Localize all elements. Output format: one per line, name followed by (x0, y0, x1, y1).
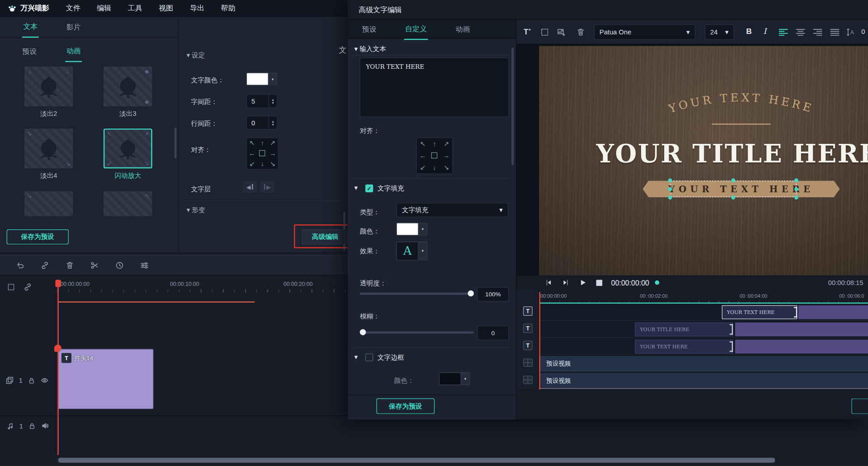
preset-card[interactable]: ↘ (24, 191, 73, 216)
opacity-slider-knob[interactable] (468, 290, 474, 296)
text-track-icon[interactable]: T (523, 341, 533, 350)
preview-canvas[interactable]: YOUR TEXT HERE YOUR TITLE HERE YOUR TEXT… (539, 46, 868, 276)
scissors-icon[interactable] (90, 261, 99, 270)
preset-card[interactable]: ◆ ◆ 淡出3 (104, 67, 152, 119)
fill-color-picker[interactable]: ▾ (396, 223, 428, 235)
speaker-icon[interactable] (41, 422, 49, 430)
letter-spacing-icon[interactable]: A (846, 28, 855, 37)
layer-forward-button[interactable]: ▶ (260, 181, 275, 193)
video-track-icon[interactable] (523, 358, 533, 366)
trim-bracket-icon[interactable] (730, 341, 733, 352)
subtab-animation[interactable]: 动画 (65, 41, 82, 62)
align-left-icon[interactable]: ← (420, 152, 426, 160)
align-down-icon[interactable]: ↓ (433, 164, 436, 171)
align-right-icon[interactable]: → (269, 150, 276, 157)
dialog-clip[interactable]: YOUR TEXT HERE (635, 340, 733, 354)
italic-button[interactable]: I (764, 27, 767, 36)
color-swatch[interactable] (396, 223, 419, 235)
fill-type-select[interactable]: 文字填充 ▾ (396, 203, 508, 217)
play-icon[interactable] (579, 279, 587, 286)
text-input-area[interactable]: YOUR TEXT HERE (360, 57, 509, 117)
subtab-preset[interactable]: 预设 (21, 42, 38, 62)
eye-icon[interactable] (40, 376, 48, 385)
text-track-icon[interactable]: T (523, 306, 533, 316)
align-down-icon[interactable]: ↓ (261, 160, 264, 168)
align-up-icon[interactable]: ↑ (433, 140, 436, 147)
align-justify-button[interactable] (830, 28, 840, 36)
selection-handle[interactable] (794, 195, 798, 200)
dialog-video-clip[interactable]: 预设视频 (539, 357, 868, 371)
horizontal-scrollbar[interactable] (58, 458, 775, 463)
color-dropdown[interactable]: ▾ (461, 372, 470, 385)
letter-spacing-stepper[interactable]: 5 ▲▼ (246, 94, 278, 108)
align-right-button[interactable] (813, 28, 823, 36)
align-up-icon[interactable]: ↑ (261, 139, 264, 147)
align-down-right-icon[interactable]: ↘ (443, 164, 449, 171)
lock-icon[interactable] (28, 422, 36, 430)
selection-handle[interactable] (668, 178, 672, 182)
text-selection-box[interactable] (670, 181, 797, 197)
section-text-fill[interactable]: ▾ (354, 184, 358, 192)
dialog-ruler[interactable]: 00:00:00:00 00 :00:02:00 00 :00:04:00 00… (539, 292, 868, 304)
trim-bracket-icon[interactable] (794, 307, 797, 318)
tab-text[interactable]: 文本 (22, 16, 39, 38)
dialog-scrollbar[interactable] (511, 48, 514, 165)
selection-handle[interactable] (668, 187, 672, 191)
menu-view[interactable]: 视图 (159, 3, 173, 13)
align-up-left-icon[interactable]: ↖ (249, 139, 255, 147)
dialog-clip-tail[interactable] (735, 340, 868, 354)
color-swatch[interactable] (246, 72, 269, 85)
align-down-left-icon[interactable]: ↙ (420, 164, 425, 171)
stop-icon[interactable] (596, 280, 602, 285)
dialog-tab-custom[interactable]: 自定义 (404, 19, 428, 40)
preview-title-text[interactable]: YOUR TITLE HERE (596, 139, 868, 168)
section-settings[interactable]: ▾ 设定 (187, 51, 205, 61)
layer-back-button[interactable]: ◀ (242, 181, 257, 193)
fill-effect-picker[interactable]: A ▾ (396, 242, 428, 261)
dialog-clip-tail[interactable] (735, 323, 868, 337)
preset-card[interactable]: ↘ ↘ 淡出4 (24, 128, 73, 181)
dialog-save-preset-button[interactable]: 保存为预设 (377, 399, 435, 414)
chain-link-icon[interactable] (23, 283, 32, 292)
menu-edit[interactable]: 编辑 (97, 3, 111, 13)
menu-help[interactable]: 帮助 (221, 3, 236, 13)
tab-video[interactable]: 影片 (65, 17, 82, 37)
color-dropdown[interactable]: ▾ (269, 72, 278, 85)
text-color-picker[interactable]: ▾ (246, 72, 278, 85)
preset-scrollbar[interactable] (175, 128, 177, 159)
menu-export[interactable]: 导出 (190, 3, 204, 13)
section-input-text[interactable]: ▾ 输入文本 (354, 44, 386, 54)
text-border-checkbox[interactable] (365, 353, 373, 361)
align-left-icon[interactable]: ← (249, 150, 255, 157)
dialog-clip-tail[interactable] (798, 305, 868, 319)
text-frame-icon[interactable] (540, 28, 549, 37)
text-track-icon[interactable]: T (523, 323, 533, 333)
stepper-arrows-icon[interactable]: ▲▼ (269, 116, 277, 129)
dialog-align-pad[interactable]: ↖ ↑ ↗ ← → ↙ ↓ ↘ (416, 138, 453, 174)
marquee-select-icon[interactable] (7, 283, 16, 292)
font-family-select[interactable]: Patua One ▾ (594, 24, 695, 40)
border-color-picker[interactable]: ▾ (439, 372, 470, 385)
dialog-tab-animation[interactable]: 动画 (454, 19, 471, 39)
section-text-border[interactable]: ▾ (354, 353, 358, 361)
text-fill-checkbox[interactable]: ✓ (365, 185, 373, 192)
next-frame-icon[interactable] (562, 279, 570, 286)
color-dropdown[interactable]: ▾ (419, 223, 428, 235)
adjust-sliders-icon[interactable] (140, 261, 149, 270)
bold-button[interactable]: B (746, 27, 752, 36)
selection-handle[interactable] (794, 178, 798, 182)
blur-slider-knob[interactable] (360, 329, 366, 335)
prev-frame-icon[interactable] (545, 279, 552, 286)
align-center-button[interactable] (796, 28, 806, 36)
trash-icon[interactable] (576, 28, 585, 37)
add-text-icon[interactable]: T+ (524, 27, 531, 36)
selection-handle[interactable] (731, 178, 736, 182)
trash-icon[interactable] (65, 261, 74, 270)
preset-card[interactable]: ↓ ↓ 淡出2 (24, 67, 73, 119)
align-down-right-icon[interactable]: ↘ (270, 160, 275, 168)
opacity-slider[interactable] (360, 293, 474, 295)
blur-value[interactable]: 0 (477, 326, 509, 340)
stepper-arrows-icon[interactable]: ▲▼ (269, 95, 277, 107)
align-center-icon[interactable] (259, 150, 265, 156)
playhead-handle[interactable] (55, 280, 61, 287)
